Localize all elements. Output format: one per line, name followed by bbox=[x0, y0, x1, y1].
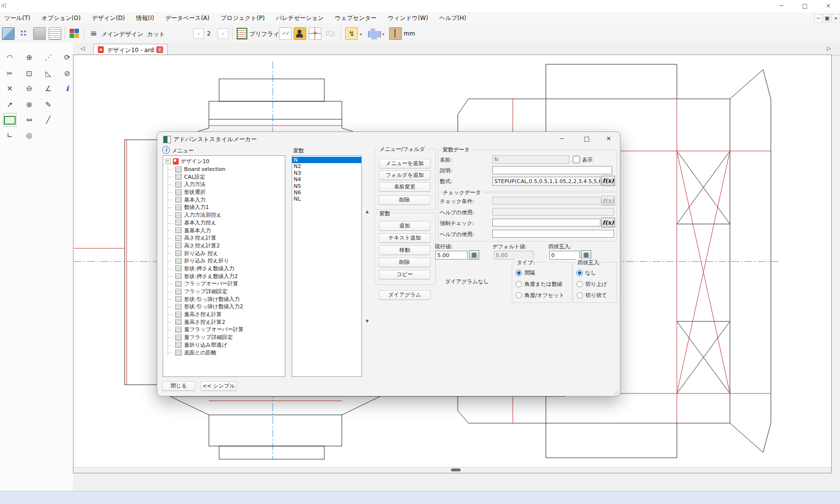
layout-dots-icon[interactable]: ∷ bbox=[18, 27, 29, 39]
menu-tools[interactable]: ツール(T) bbox=[0, 12, 35, 22]
variables-list[interactable]: N N2 N3 N4 N5 N6 NL bbox=[292, 155, 362, 377]
menu-webcenter[interactable]: ウェブセンター bbox=[331, 12, 381, 22]
window-close-button[interactable]: × bbox=[819, 1, 838, 11]
tree-collapse-icon[interactable] bbox=[166, 159, 171, 164]
move-down-icon[interactable]: ▼ bbox=[364, 318, 371, 324]
chevron-down-icon[interactable]: ⌄ bbox=[218, 28, 228, 39]
zoom-out-tool-icon[interactable]: ⊖ bbox=[22, 82, 36, 95]
menu-options[interactable]: オプション(O) bbox=[37, 12, 85, 22]
add-variable-button[interactable]: 追加 bbox=[379, 221, 430, 231]
tree-item[interactable]: 底面との距離 bbox=[163, 349, 285, 356]
rename-button[interactable]: 名前変更 bbox=[379, 182, 430, 192]
tree-item[interactable]: 折り込み 控え bbox=[163, 249, 285, 257]
variable-item[interactable]: N5 bbox=[292, 183, 361, 189]
zoom-previous-tool-icon[interactable]: ⊗ bbox=[22, 98, 36, 112]
delete-menu-button[interactable]: 削除 bbox=[379, 195, 430, 205]
move-button[interactable]: 移動 bbox=[379, 245, 430, 255]
tree-item[interactable]: 形状選択 bbox=[163, 188, 285, 196]
menu-project[interactable]: プロジェクト(P) bbox=[216, 12, 269, 22]
radio-interval[interactable]: 間隔 bbox=[516, 269, 535, 277]
menu-database[interactable]: データベース(A) bbox=[161, 12, 214, 22]
tab-close-icon[interactable]: x bbox=[156, 46, 163, 53]
tree-item[interactable]: 蓋基本入力 bbox=[163, 226, 285, 234]
resize-grip-icon[interactable]: ◿ bbox=[614, 390, 618, 395]
add-folder-button[interactable]: フォルダを追加 bbox=[379, 170, 430, 180]
scrollbar-handle[interactable] bbox=[451, 468, 461, 471]
force-fx-button[interactable]: f(x) bbox=[601, 218, 615, 227]
tree-item[interactable]: 入力方法別控え bbox=[163, 211, 285, 219]
tree-item[interactable]: 蓋フラップ詳細設定 bbox=[163, 334, 285, 341]
tree-item[interactable]: 高さ控え計算 bbox=[163, 234, 285, 242]
cube-3d-icon[interactable] bbox=[2, 27, 15, 40]
convert-arrows-icon[interactable] bbox=[68, 27, 80, 39]
stamp-icon[interactable] bbox=[33, 27, 46, 40]
add-menu-button[interactable]: メニューを追加 bbox=[379, 159, 430, 168]
zoom-window-tool-icon[interactable]: ⊡ bbox=[22, 67, 36, 80]
tree-item[interactable]: 形状:引っ掛け数値入力2 bbox=[163, 303, 285, 311]
calculator-icon[interactable]: ▦ bbox=[469, 250, 479, 260]
tree-item[interactable]: 数値入力1 bbox=[163, 204, 285, 211]
menu-help[interactable]: ヘルプ(H) bbox=[435, 12, 470, 22]
child-close-button[interactable]: × bbox=[832, 14, 840, 22]
arc-tool-icon[interactable]: ∠ bbox=[41, 82, 55, 95]
delete-variable-button[interactable]: 削除 bbox=[379, 258, 430, 267]
tree-item[interactable]: 蓋高さ控え計算2 bbox=[163, 318, 285, 326]
radio-none[interactable]: なし bbox=[577, 269, 597, 277]
user-check-icon[interactable] bbox=[294, 27, 306, 40]
variable-item[interactable]: NL bbox=[292, 196, 361, 202]
angle-tool-icon[interactable]: ◺ bbox=[41, 67, 55, 80]
radio-angle-or-value[interactable]: 角度または数値 bbox=[516, 280, 562, 288]
tree-root-row[interactable]: デザイン10 bbox=[163, 158, 285, 166]
tree-item[interactable]: 入力方法 bbox=[163, 181, 285, 188]
formula-field[interactable]: STEPUP(CAL,0.5,0.5,1,1.05,2,2,3,4.5,5,6.… bbox=[492, 177, 600, 186]
tab-scroll-left-ic[interactable]: ◁ bbox=[80, 45, 84, 52]
measure-tool-icon[interactable]: ╱ bbox=[41, 113, 55, 127]
help-use2-field[interactable] bbox=[492, 230, 614, 238]
menu-info[interactable]: 情報(I) bbox=[132, 12, 159, 22]
checklist-icon[interactable]: ✓✓ bbox=[279, 27, 292, 40]
menu-window[interactable]: ウィンドウ(W) bbox=[384, 12, 433, 22]
chevron-down-icon[interactable]: ▾ bbox=[382, 32, 384, 37]
current-value-field[interactable]: 5.00 bbox=[435, 251, 467, 260]
tree-item[interactable]: 形状:引っ掛け数値入力 bbox=[163, 295, 285, 303]
tree-item[interactable]: 基本入力 bbox=[163, 196, 285, 204]
dialog-minimize-button[interactable]: ─ bbox=[553, 133, 571, 145]
tree-item[interactable]: 形状:押さえ数値入力2 bbox=[163, 272, 285, 280]
corner-tool-icon[interactable]: ∟ bbox=[3, 129, 17, 142]
tree-item[interactable]: 高さ控え計算2 bbox=[163, 242, 285, 250]
tree-item[interactable]: 蓋折り込み部逃げ bbox=[163, 341, 285, 349]
window-minimize-button[interactable]: ─ bbox=[772, 1, 791, 11]
tree-item[interactable]: フラップオーバー計算 bbox=[163, 280, 285, 288]
tree-item[interactable]: フラップ詳細設定 bbox=[163, 288, 285, 296]
info-tool-icon[interactable]: i bbox=[60, 82, 74, 95]
show-checkbox[interactable] bbox=[573, 156, 580, 163]
pencil-tool-icon[interactable]: ✎ bbox=[41, 98, 55, 112]
preflight-clipboard-icon[interactable] bbox=[237, 28, 247, 39]
canvas-horizontal-scrollbar[interactable] bbox=[74, 467, 831, 473]
line-tool-icon[interactable]: ↗ bbox=[3, 98, 17, 112]
pan-tool-icon[interactable]: ⇔ bbox=[22, 113, 36, 127]
window-maximize-button[interactable]: □ bbox=[796, 1, 814, 11]
formula-fx-button[interactable]: f(x) bbox=[601, 176, 615, 186]
tree-item[interactable]: 蓋フラップオーバー計算 bbox=[163, 326, 285, 334]
knife-tool-icon[interactable]: ✂ bbox=[3, 67, 17, 80]
zoom-in-tool-icon[interactable]: ⊕ bbox=[22, 51, 36, 64]
resize-arrows-icon[interactable]: ◸◿ bbox=[324, 27, 336, 39]
calculator-icon[interactable]: ▦ bbox=[581, 250, 591, 260]
close-button[interactable]: 閉じる bbox=[162, 381, 195, 391]
radio-round-up[interactable]: 切り上げ bbox=[577, 280, 607, 288]
thickness-icon[interactable] bbox=[389, 27, 402, 40]
add-text-button[interactable]: テキスト追加 bbox=[379, 233, 430, 243]
variable-item[interactable]: N2 bbox=[292, 163, 361, 169]
main-design-label[interactable]: メインデザイン bbox=[101, 30, 143, 38]
tree-item[interactable]: 蓋高さ控え計算 bbox=[163, 311, 285, 318]
variable-item-selected[interactable]: N bbox=[292, 157, 361, 163]
rectangle-tool-icon[interactable] bbox=[3, 113, 17, 127]
target-tool-icon[interactable]: ◎ bbox=[22, 129, 36, 142]
dialog-close-button[interactable]: ✕ bbox=[600, 133, 617, 145]
copy-button[interactable]: コピー bbox=[379, 270, 430, 280]
dialog-maximize-button[interactable]: □ bbox=[578, 133, 596, 145]
rounding-value-field[interactable]: 0 bbox=[549, 251, 580, 260]
chevron-down-icon[interactable]: ⌄ bbox=[193, 28, 204, 39]
child-minimize-button[interactable]: ─ bbox=[814, 14, 822, 22]
